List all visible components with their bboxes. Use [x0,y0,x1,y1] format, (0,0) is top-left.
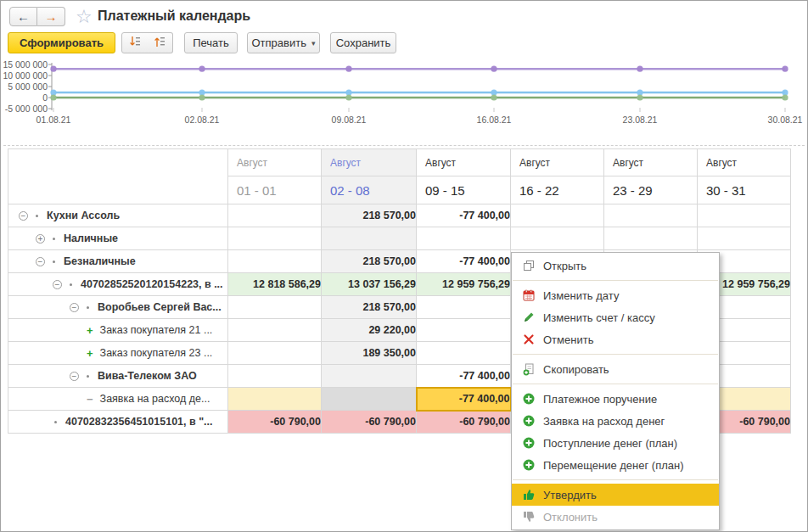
grid-cell[interactable]: 218 570,00 [322,250,417,273]
sort-ascending-button[interactable] [147,32,173,53]
grid-cell[interactable]: 12 959 756,29 [417,273,511,296]
grid-cell[interactable] [322,365,417,388]
menu-separator [513,280,718,281]
grid-cell[interactable] [698,204,791,227]
grid-cell[interactable]: 13 037 156,29 [322,273,417,296]
grid-header-period[interactable]: 01 - 01 [228,176,322,204]
row-label-cell[interactable]: +Наличные [8,227,228,250]
grid-cell[interactable]: 12 818 586,29 [228,273,322,296]
grid-cell[interactable]: -60 790,00 [417,411,511,434]
grid-cell[interactable] [228,388,322,411]
grid-cell[interactable] [322,388,417,411]
tree-expander-icon[interactable]: − [53,280,62,289]
bullet-icon [36,215,38,217]
grid-cell[interactable] [604,227,698,250]
row-label-cell[interactable]: −40702852520120154223, в ... [8,273,228,296]
row-label-cell[interactable]: −Заявка на расход де... [8,388,228,411]
grid-cell[interactable]: -60 790,00 [228,411,322,434]
grid-header-period[interactable]: 16 - 22 [511,176,604,204]
menu-item-label: Отклонить [543,511,598,524]
grid-cell[interactable]: 218 570,00 [322,296,417,319]
grid-header-period[interactable]: 02 - 08 [322,176,417,204]
grid-cell[interactable] [604,204,698,227]
row-label: Заявка на расход де... [100,393,210,405]
menu-item[interactable]: Отменить [512,328,719,350]
x-axis-label: 16.08.21 [477,115,512,125]
grid-cell[interactable]: -77 400,00 [417,204,511,227]
grid-header-month[interactable]: Август [322,149,417,176]
page-title: Платежный календарь [98,8,250,24]
print-button[interactable]: Печать [184,32,238,53]
menu-item[interactable]: Скопировать [512,358,719,380]
grid-cell[interactable] [417,296,511,319]
pencil-icon [521,311,536,324]
grid-cell[interactable] [511,227,604,250]
tree-expander-icon[interactable]: − [70,303,79,312]
table-row[interactable]: −Кухни Ассоль218 570,00-77 400,00 [8,204,791,227]
favorite-star-icon[interactable]: ☆ [76,6,93,28]
generate-button[interactable]: Сформировать [8,32,115,53]
grid-cell[interactable]: -77 400,00 [417,250,511,273]
menu-item[interactable]: Изменить счет / кассу [512,306,719,328]
x-axis-label: 01.08.21 [36,115,71,125]
grid-header-month[interactable]: Август [604,149,698,176]
menu-item[interactable]: Поступление денег (план) [512,432,719,454]
grid-cell[interactable] [417,319,511,342]
grid-cell[interactable]: 29 220,00 [322,319,417,342]
grid-cell[interactable] [511,204,604,227]
grid-header-month[interactable]: Август [228,149,322,176]
grid-cell[interactable] [322,227,417,250]
row-label-cell[interactable]: −Кухни Ассоль [8,204,228,227]
thumb-up-icon [521,488,536,501]
row-label: Безналичные [64,255,136,267]
grid-cell[interactable]: 218 570,00 [322,204,417,227]
menu-item[interactable]: Перемещение денег (план) [512,454,719,476]
grid-cell[interactable] [228,319,322,342]
grid-cell[interactable] [698,227,791,250]
back-button[interactable]: ← [9,7,37,26]
grid-header-month[interactable]: Август [698,149,791,176]
grid-cell[interactable] [228,227,322,250]
grid-cell[interactable]: -77 400,00 [417,365,511,388]
sort-descending-button[interactable] [121,32,148,53]
grid-cell[interactable]: -60 790,00 [322,411,417,434]
tree-expander-icon[interactable]: − [36,257,45,266]
send-button[interactable]: Отправить ▾ [247,32,320,53]
row-label-cell[interactable]: −Воробьев Сергей Вас... [8,296,228,319]
row-label-cell[interactable]: −Безналичные [8,250,228,273]
plus-circle-icon [521,458,536,472]
grid-cell[interactable] [228,342,322,365]
grid-header-period[interactable]: 23 - 29 [604,176,698,204]
forward-button[interactable]: → [37,7,65,26]
tree-expander-icon[interactable]: − [19,211,28,221]
tree-expander-icon[interactable]: + [36,234,45,244]
grid-header-period[interactable]: 09 - 15 [417,176,511,204]
menu-item[interactable]: Платежное поручение [512,388,719,410]
plus-circle-icon [521,436,536,450]
row-label-cell[interactable]: 40702832356451015101, в "... [8,411,228,434]
grid-header-period[interactable]: 30 - 31 [698,176,791,204]
row-label-cell[interactable]: +Заказ покупателя 21 ... [8,319,228,342]
menu-item[interactable]: Изменить дату [512,284,719,306]
menu-item[interactable]: Открыть [512,255,719,277]
grid-corner-cell[interactable] [8,149,228,204]
table-row[interactable]: +Наличные [8,227,791,250]
menu-item[interactable]: Заявка на расход денег [512,410,719,432]
row-label-cell[interactable]: −Вива-Телеком ЗАО [8,365,228,388]
grid-header-month[interactable]: Август [511,149,604,176]
grid-cell[interactable] [228,296,322,319]
grid-cell[interactable] [417,227,511,250]
grid-cell[interactable] [228,365,322,388]
tree-expander-icon[interactable]: − [70,372,79,381]
grid-cell[interactable] [228,250,322,273]
grid-cell[interactable] [228,204,322,227]
plus-marker-icon: + [87,347,93,360]
menu-item[interactable]: Утвердить [512,484,719,506]
row-label-cell[interactable]: +Заказ покупателя 23 ... [8,342,228,365]
save-button[interactable]: Сохранить [330,32,396,53]
grid-cell[interactable]: 189 350,00 [322,342,417,365]
grid-cell[interactable] [417,342,511,365]
grid-header-month[interactable]: Август [417,149,511,176]
grid-cell[interactable]: -77 400,00 [417,388,511,411]
bullet-icon [70,283,72,286]
